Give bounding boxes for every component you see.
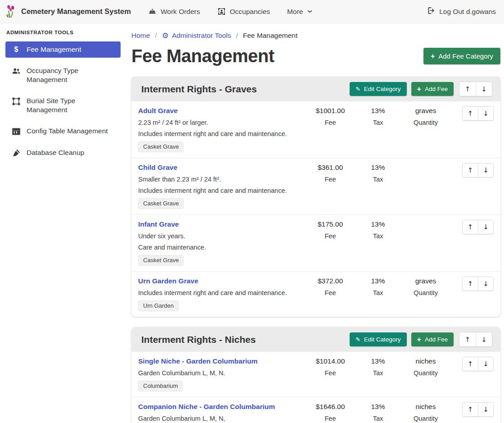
fee-reorder-group: ↑ ↓ (462, 163, 494, 177)
breadcrumb-admin-tools-link[interactable]: ⚙ Administrator Tools (162, 32, 231, 40)
move-category-down-button[interactable]: ↓ (476, 332, 492, 346)
fee-tag: Casket Grave (138, 255, 184, 266)
sidebar-item-occupancy-type-management[interactable]: Occupancy Type Management (5, 63, 121, 88)
move-fee-down-button[interactable]: ↓ (478, 277, 493, 291)
edit-category-button[interactable]: ✎ Edit Category (350, 82, 407, 96)
fee-name-link[interactable]: Urn Garden Grave (138, 276, 198, 286)
fee-descriptions: Garden Columbarium L, M, N, (138, 414, 304, 423)
add-fee-button[interactable]: + Add Fee (411, 332, 454, 346)
move-fee-up-button[interactable]: ↑ (463, 403, 478, 416)
nav-item-occupancies[interactable]: Occupancies (217, 7, 270, 16)
sidebar-item-label: Occupancy Type Management (27, 66, 110, 84)
move-fee-up-button[interactable]: ↑ (463, 220, 478, 234)
fee-descriptions: Includes interment right and care and ma… (138, 288, 304, 297)
fee-amount-col: $361.00 Fee (306, 163, 354, 184)
sidebar-item-label: Fee Management (27, 45, 81, 54)
category-list: Interment Rights - Graves ✎ Edit Categor… (131, 77, 500, 423)
fee-category-card: Interment Rights - Graves ✎ Edit Categor… (131, 77, 500, 317)
logout-button[interactable]: Log Out d.gowans (427, 6, 496, 17)
move-fee-up-button[interactable]: ↑ (463, 164, 478, 177)
plus-icon: + (417, 86, 421, 92)
category-header: Interment Rights - Graves ✎ Edit Categor… (131, 77, 500, 101)
sidebar-item-fee-management[interactable]: $ Fee Management (5, 41, 121, 58)
fee-row: Companion Niche - Garden Columbarium Gar… (131, 397, 500, 423)
fee-amount-col: $1646.00 Fee (306, 402, 354, 423)
fee-quantity-label: Quantity (402, 288, 450, 297)
move-fee-down-button[interactable]: ↓ (478, 403, 493, 416)
fee-name-link[interactable]: Companion Niche - Garden Columbarium (138, 402, 275, 412)
edit-category-button[interactable]: ✎ Edit Category (350, 332, 407, 346)
fee-row: Single Niche - Garden Columbarium Garden… (131, 352, 500, 397)
fee-tags: Casket Grave (138, 141, 304, 152)
fee-quantity-label: Quantity (402, 118, 450, 127)
fee-quantity-col: graves Quantity (402, 276, 450, 297)
move-category-down-button[interactable]: ↓ (476, 82, 492, 96)
fee-tax-col: 13% Tax (354, 276, 402, 297)
fee-descriptions: Smaller than 2.23 m² / 24 ft².Includes i… (138, 175, 304, 195)
fee-tax-col: 13% Tax (354, 163, 402, 184)
page-title: Fee Management (131, 46, 274, 66)
move-fee-down-button[interactable]: ↓ (478, 107, 493, 120)
fee-descriptions: Under six years.Care and maintenance. (138, 232, 304, 252)
breadcrumb-current: Fee Management (243, 32, 298, 40)
fee-quantity-label: Quantity (402, 368, 450, 378)
move-fee-up-button[interactable]: ↑ (463, 277, 478, 291)
admin-tools-sidebar: ADMINISTRATOR TOOLS $ Fee Management Occ… (0, 23, 126, 423)
move-fee-up-button[interactable]: ↑ (463, 357, 478, 371)
move-fee-down-button[interactable]: ↓ (478, 164, 493, 177)
fee-reorder-group: ↑ ↓ (462, 106, 494, 121)
gear-icon: ⚙ (162, 32, 169, 39)
fee-name-link[interactable]: Single Niche - Garden Columbarium (138, 356, 257, 366)
fee-tax-col: 13% Tax (354, 402, 402, 423)
add-fee-category-button[interactable]: + Add Fee Category (423, 48, 500, 64)
sidebar-item-config-table-management[interactable]: Config Table Management (5, 123, 121, 140)
fee-tag: Urn Garden (138, 300, 179, 311)
broom-icon (11, 149, 21, 158)
fee-list: Single Niche - Garden Columbarium Garden… (131, 352, 500, 423)
nav-item-more[interactable]: More (287, 8, 313, 16)
fee-tax: 13% (354, 163, 402, 173)
move-fee-down-button[interactable]: ↓ (478, 357, 493, 371)
fee-amount: $175.00 (306, 219, 354, 229)
fee-amount: $361.00 (306, 163, 354, 173)
add-fee-button[interactable]: + Add Fee (411, 82, 454, 96)
sidebar-item-database-cleanup[interactable]: Database Cleanup (5, 145, 121, 161)
fee-tax-label: Tax (354, 175, 402, 184)
hard-hat-icon (148, 7, 157, 16)
app-brand: Cemetery Management System (5, 4, 131, 20)
move-fee-up-button[interactable]: ↑ (463, 107, 478, 120)
fee-tax: 13% (354, 219, 402, 229)
sidebar-item-burial-site-type-management[interactable]: Burial Site Type Management (5, 93, 121, 118)
move-fee-down-button[interactable]: ↓ (478, 220, 493, 234)
fee-tag: Casket Grave (138, 198, 184, 209)
table-icon (11, 127, 21, 136)
move-category-up-button[interactable]: ↑ (459, 82, 476, 96)
fee-reorder-group: ↑ ↓ (462, 277, 494, 291)
fee-description: Garden Columbarium L, M, N, (138, 414, 304, 423)
nav-item-work-orders[interactable]: Work Orders (148, 7, 200, 16)
breadcrumb-home-link[interactable]: Home (131, 32, 150, 40)
tulip-logo-icon (5, 4, 17, 20)
fee-tags: Columbarium (138, 381, 304, 391)
fee-amount-label: Fee (306, 232, 354, 241)
fee-tax-label: Tax (354, 414, 402, 423)
fee-amount-label: Fee (306, 118, 354, 127)
fee-name-link[interactable]: Adult Grave (138, 106, 178, 116)
fee-list: Adult Grave 2.23 m² / 24 ft² or larger.I… (131, 101, 500, 317)
fee-tax-label: Tax (354, 118, 402, 127)
move-category-up-button[interactable]: ↑ (459, 332, 476, 346)
fee-tag: Columbarium (138, 381, 183, 391)
dollar-icon: $ (11, 45, 21, 54)
sidebar-heading: ADMINISTRATOR TOOLS (6, 30, 121, 35)
fee-reorder-group: ↑ ↓ (462, 357, 494, 371)
fee-quantity-col: graves Quantity (402, 106, 450, 127)
fee-quantity-label: Quantity (402, 414, 450, 423)
breadcrumb-separator: / (236, 32, 238, 40)
fee-name-link[interactable]: Child Grave (138, 163, 177, 173)
fee-description: Under six years. (138, 232, 304, 241)
fee-name-link[interactable]: Infant Grave (138, 219, 179, 229)
fee-descriptions: 2.23 m² / 24 ft² or larger.Includes inte… (138, 118, 304, 138)
main-content: Home / ⚙ Administrator Tools / Fee Manag… (126, 23, 504, 423)
fee-row: Adult Grave 2.23 m² / 24 ft² or larger.I… (131, 101, 500, 158)
fee-tax-col: 13% Tax (354, 219, 402, 241)
